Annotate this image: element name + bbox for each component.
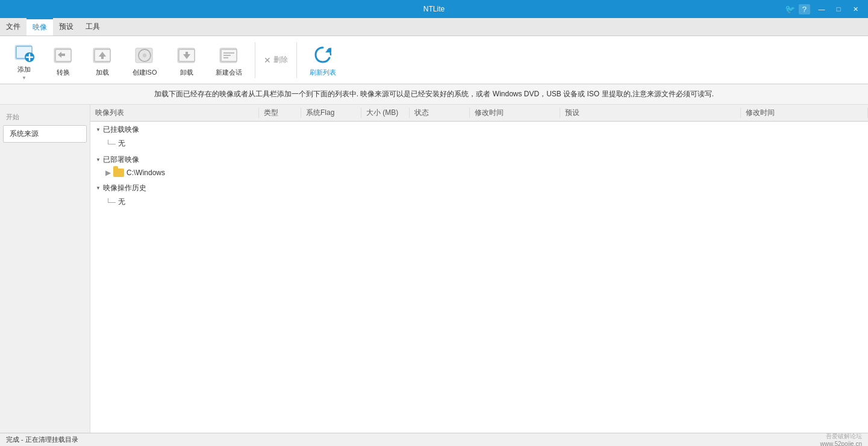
menu-image[interactable]: 映像 [27, 18, 53, 36]
toolbar-sep-2 [296, 42, 297, 78]
col-header-size: 大小 (MB) [361, 108, 410, 118]
tree-line-2: ▶ [105, 169, 111, 177]
mounted-expand-icon: ▼ [93, 125, 103, 135]
unmount-icon [175, 43, 199, 67]
history-none-label: 无 [118, 197, 125, 207]
delete-area: ✕ 删除 [260, 52, 292, 67]
col-header-preset-modified: 修改时间 [741, 108, 868, 118]
new-session-icon [217, 43, 241, 67]
col-header-image-list: 映像列表 [90, 108, 259, 118]
history-none: └─ 无 [90, 195, 868, 209]
add-button[interactable]: 添加 ▼ [6, 39, 42, 81]
help-icon[interactable]: ? [799, 4, 810, 14]
unmount-button[interactable]: 卸载 [169, 39, 205, 81]
menu-tools[interactable]: 工具 [80, 18, 106, 36]
delete-label: 删除 [273, 55, 288, 65]
deployed-images-parent[interactable]: ▼ 已部署映像 [90, 153, 868, 167]
sidebar-item-system-source[interactable]: 系统来源 [3, 125, 87, 143]
close-button[interactable]: ✕ [848, 3, 863, 15]
toolbar-sep-1 [255, 42, 255, 78]
delete-x-icon: ✕ [264, 55, 271, 65]
menu-bar: 文件 映像 预设 工具 [0, 18, 868, 36]
window-controls: — □ ✕ [814, 3, 863, 15]
mounted-images-label: 已挂载映像 [103, 125, 139, 135]
delete-button[interactable]: ✕ 删除 [260, 52, 292, 67]
create-iso-button[interactable]: 创建ISO [123, 39, 166, 81]
mounted-images-none: └─ 无 [90, 137, 868, 150]
history-expand-icon: ▼ [93, 184, 103, 193]
title-bar-right: 🐦 ? — □ ✕ [785, 3, 863, 15]
deployed-images-label: 已部署映像 [103, 155, 139, 165]
svg-point-11 [143, 54, 146, 57]
folder-icon [113, 169, 124, 177]
col-header-flag: 系统Flag [301, 108, 361, 118]
maximize-button[interactable]: □ [831, 3, 846, 15]
table-area: 映像列表 类型 系统Flag 大小 (MB) 状态 修改时间 预设 修改时间 ▼… [90, 105, 868, 433]
refresh-label: 刷新列表 [310, 68, 336, 77]
sidebar: 开始 系统来源 [0, 105, 90, 433]
new-session-label: 新建会话 [216, 68, 242, 77]
col-header-preset: 预设 [560, 108, 741, 118]
deployed-expand-icon: ▼ [93, 155, 103, 165]
table-body: ▼ 已挂载映像 └─ 无 ▼ 已部署映像 ▶ C:\Windows [90, 122, 868, 433]
col-header-type: 类型 [259, 108, 301, 118]
menu-file[interactable]: 文件 [0, 18, 27, 36]
main-content: 开始 系统来源 映像列表 类型 系统Flag 大小 (MB) 状态 修改时间 预… [0, 105, 868, 433]
mounted-none-label: 无 [118, 138, 125, 149]
deployed-images-item[interactable]: ▶ C:\Windows [90, 167, 868, 179]
mounted-images-section: ▼ 已挂载映像 └─ 无 [90, 122, 868, 152]
toolbar: 添加 ▼ 转换 加载 [0, 36, 868, 84]
deployed-item-label: C:\Windows [126, 169, 165, 177]
unmount-label: 卸载 [180, 68, 193, 77]
twitter-icon[interactable]: 🐦 [785, 4, 795, 14]
create-iso-label: 创建ISO [133, 68, 157, 77]
history-section: ▼ 映像操作历史 └─ 无 [90, 180, 868, 210]
load-label: 加载 [96, 68, 109, 77]
mounted-images-parent[interactable]: ▼ 已挂载映像 [90, 123, 868, 137]
col-header-status: 状态 [410, 108, 470, 118]
new-session-button[interactable]: 新建会话 [208, 39, 250, 81]
watermark-text: 吾爱破解论坛 [826, 432, 862, 441]
convert-icon [51, 43, 75, 67]
refresh-icon [311, 43, 335, 67]
create-iso-icon [133, 43, 157, 67]
add-label: 添加 [17, 65, 31, 74]
history-parent[interactable]: ▼ 映像操作历史 [90, 181, 868, 195]
watermark-area: 吾爱破解论坛 www.52pojie.cn [820, 432, 862, 446]
sidebar-section-title: 开始 [3, 111, 87, 123]
load-icon [90, 43, 114, 67]
history-label: 映像操作历史 [103, 183, 146, 193]
refresh-button[interactable]: 刷新列表 [302, 39, 344, 81]
convert-button[interactable]: 转换 [45, 39, 81, 81]
website-text: www.52pojie.cn [820, 441, 862, 446]
table-header: 映像列表 类型 系统Flag 大小 (MB) 状态 修改时间 预设 修改时间 [90, 105, 868, 122]
info-bar: 加载下面已经存在的映像或者从工具栏添加一个到下面的列表中. 映像来源可以是已经安… [0, 84, 868, 105]
menu-preset[interactable]: 预设 [53, 18, 80, 36]
load-button[interactable]: 加载 [84, 39, 120, 81]
tree-line-1: └─ [105, 140, 116, 148]
convert-label: 转换 [57, 68, 70, 77]
col-header-modified: 修改时间 [470, 108, 560, 118]
info-text: 加载下面已经存在的映像或者从工具栏添加一个到下面的列表中. 映像来源可以是已经安… [154, 90, 714, 98]
status-text: 完成 - 正在清理挂载目录 [6, 435, 78, 444]
title-bar: NTLite 🐦 ? — □ ✕ [0, 0, 868, 18]
deployed-images-section: ▼ 已部署映像 ▶ C:\Windows [90, 152, 868, 180]
minimize-button[interactable]: — [814, 3, 829, 15]
status-bar: 完成 - 正在清理挂载目录 吾爱破解论坛 www.52pojie.cn [0, 433, 868, 446]
tree-line-3: └─ [105, 198, 116, 206]
app-title: NTLite [423, 5, 445, 13]
add-icon [12, 40, 36, 64]
